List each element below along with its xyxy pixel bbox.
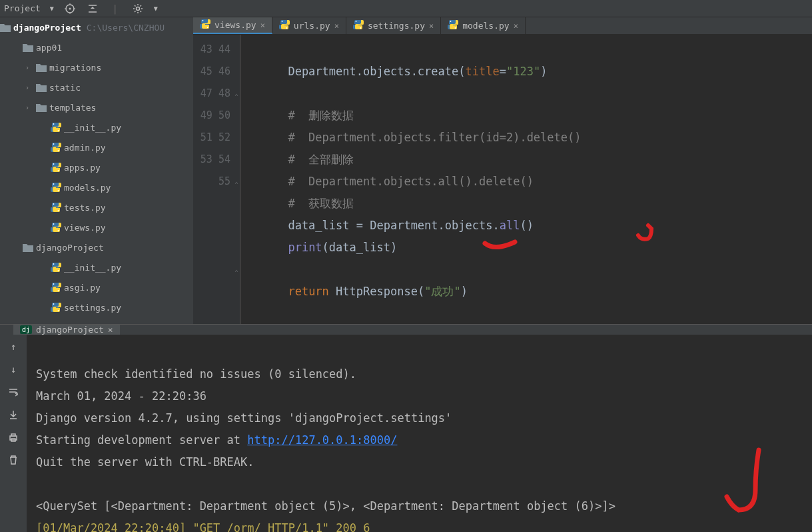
tree-folder[interactable]: djangoProject — [0, 237, 193, 257]
arrow-up-icon[interactable]: ↑ — [7, 340, 20, 353]
svg-point-18 — [58, 210, 59, 211]
terminal-output[interactable]: System check identified no issues (0 sil… — [27, 335, 812, 532]
close-icon[interactable]: × — [108, 325, 113, 335]
tree-file[interactable]: __init__.py — [0, 257, 193, 277]
tree-file[interactable]: __init__.py — [0, 117, 193, 137]
code-comment: # Department.objects.all().delete() — [247, 175, 534, 188]
tree-item-label: __init__.py — [64, 123, 121, 133]
terminal-line: <QuerySet [<Department: Department objec… — [36, 499, 615, 513]
tree-file[interactable]: admin.py — [0, 137, 193, 157]
chevron-right-icon: › — [25, 104, 33, 111]
terminal-line: Django version 4.2.7, using settings 'dj… — [36, 411, 452, 425]
svg-point-1 — [69, 7, 71, 9]
collapse-icon[interactable] — [86, 2, 99, 15]
tree-file[interactable]: apps.py — [0, 157, 193, 177]
editor-tab[interactable]: models.py× — [441, 17, 526, 34]
folder-icon — [36, 102, 47, 113]
folder-icon — [0, 22, 11, 33]
tree-folder[interactable]: ›templates — [0, 97, 193, 117]
chevron-down-icon[interactable]: ▼ — [154, 5, 158, 12]
code-comment: # 获取数据 — [247, 197, 354, 210]
tree-file[interactable]: views.py — [0, 217, 193, 237]
svg-point-24 — [58, 290, 59, 291]
svg-point-11 — [53, 143, 55, 145]
terminal-line: [01/Mar/2024 22:20:40] "GET /orm/ HTTP/1… — [36, 521, 370, 532]
chevron-down-icon[interactable]: ▼ — [50, 5, 54, 12]
svg-point-14 — [58, 170, 59, 171]
python-file-icon — [51, 262, 61, 273]
close-icon[interactable]: × — [429, 21, 434, 31]
fold-icon[interactable]: ⌃ — [234, 85, 238, 107]
editor-tab[interactable]: urls.py× — [272, 17, 346, 34]
tree-folder[interactable]: app01 — [0, 37, 193, 57]
svg-point-30 — [286, 27, 287, 29]
tree-file[interactable]: tests.py — [0, 197, 193, 217]
wrap-icon[interactable] — [7, 385, 20, 399]
project-tree[interactable]: djangoProject C:\Users\CNZHOU app01›migr… — [0, 17, 193, 324]
terminal-line: Quit the server with CTRL-BREAK. — [36, 455, 254, 469]
terminal-toolbar: ↑ ↓ — [0, 335, 27, 532]
download-icon[interactable] — [7, 408, 20, 421]
tree-file[interactable]: models.py — [0, 177, 193, 197]
fold-icon[interactable]: ⌃ — [234, 261, 238, 283]
svg-point-20 — [58, 230, 59, 231]
python-file-icon — [51, 162, 61, 173]
close-icon[interactable]: × — [514, 21, 518, 31]
terminal-tabs: dj djangoProject × — [0, 325, 812, 335]
tree-item-label: admin.py — [64, 143, 106, 153]
divider-icon: | — [109, 2, 122, 15]
svg-point-23 — [53, 283, 55, 285]
python-file-icon — [279, 19, 290, 32]
close-icon[interactable]: × — [260, 21, 265, 30]
terminal-line: March 01, 2024 - 22:20:36 — [36, 389, 206, 403]
editor-tab[interactable]: settings.py× — [346, 17, 441, 34]
tab-label: urls.py — [294, 21, 330, 31]
tab-label: views.py — [214, 20, 256, 30]
editor-tab[interactable]: views.py× — [193, 17, 272, 34]
terminal-tab-label: djangoProject — [36, 325, 104, 335]
trash-icon[interactable] — [7, 453, 20, 467]
code-area[interactable]: Department.objects.create(title="123") #… — [240, 35, 812, 324]
terminal-tab[interactable]: dj djangoProject × — [13, 325, 120, 335]
folder-icon — [23, 242, 33, 253]
svg-point-22 — [58, 270, 59, 271]
target-icon[interactable] — [63, 2, 77, 15]
svg-point-12 — [58, 150, 59, 151]
svg-point-8 — [136, 7, 139, 10]
tree-root[interactable]: djangoProject C:\Users\CNZHOU — [0, 17, 193, 37]
python-file-icon — [51, 222, 61, 233]
svg-point-16 — [58, 190, 59, 191]
fold-icon[interactable]: ⌃ — [234, 173, 238, 195]
tree-file[interactable]: asgi.py — [0, 277, 193, 297]
tree-file[interactable]: settings.py — [0, 297, 193, 317]
folder-icon — [23, 42, 33, 53]
tree-item-label: app01 — [36, 43, 62, 53]
arrow-down-icon[interactable]: ↓ — [7, 363, 20, 376]
server-url-link[interactable]: http://127.0.0.1:8000/ — [247, 433, 397, 447]
python-file-icon — [51, 182, 61, 193]
tree-item-label: apps.py — [64, 163, 101, 173]
line-gutter: 43 44 45 46 47 48 49 50 51 52 53 54 55 ⌃… — [193, 35, 240, 324]
tree-item-label: __init__.py — [64, 263, 121, 273]
tab-label: models.py — [462, 21, 509, 31]
toolbar: Project ▼ | ▼ — [0, 0, 812, 17]
svg-point-9 — [53, 123, 55, 125]
django-icon: dj — [20, 325, 32, 334]
code-comment: # 删除数据 — [247, 109, 354, 122]
gear-icon[interactable] — [131, 2, 145, 15]
close-icon[interactable]: × — [334, 21, 339, 31]
tree-folder[interactable]: ›static — [0, 77, 193, 97]
terminal-line: System check identified no issues (0 sil… — [36, 367, 356, 381]
tree-folder[interactable]: ›migrations — [0, 57, 193, 77]
root-name: djangoProject — [13, 23, 81, 33]
python-file-icon — [51, 302, 61, 313]
print-icon[interactable] — [7, 431, 20, 444]
python-file-icon — [51, 202, 61, 213]
svg-point-33 — [450, 21, 452, 22]
svg-point-17 — [53, 203, 55, 205]
project-label: Project — [4, 3, 41, 13]
svg-point-10 — [58, 130, 59, 131]
chevron-right-icon: › — [25, 84, 33, 91]
svg-rect-36 — [11, 434, 15, 436]
svg-point-29 — [281, 21, 282, 22]
